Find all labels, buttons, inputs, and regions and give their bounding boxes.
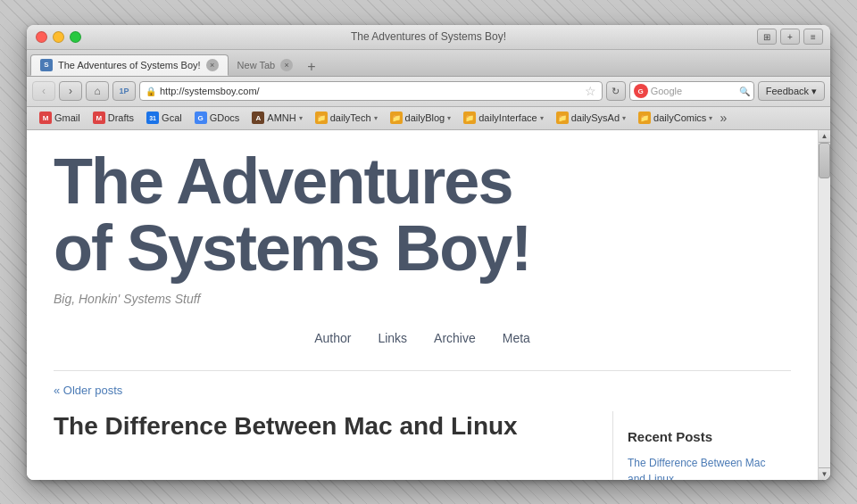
- search-placeholder: Google: [651, 86, 736, 96]
- refresh-icon: ↻: [612, 86, 620, 97]
- minimize-button[interactable]: [53, 31, 64, 43]
- bookmark-dailyinterface-label: dailyInterface: [478, 112, 537, 123]
- scroll-down-button[interactable]: ▼: [819, 467, 830, 480]
- onepassword-button[interactable]: 1P: [112, 81, 136, 101]
- post-title: The Difference Between Mac and Linux: [54, 411, 545, 442]
- close-button[interactable]: [36, 31, 47, 43]
- onepassword-label: 1P: [119, 87, 129, 95]
- window-controls: [36, 31, 81, 43]
- feedback-dropdown-icon: ▾: [811, 86, 817, 97]
- feedback-label: Feedback: [766, 86, 809, 96]
- menu-button[interactable]: ≡: [803, 29, 823, 45]
- blog-title-line1: The Adventures: [54, 148, 791, 216]
- chevron-down-icon: ▾: [709, 114, 712, 122]
- bookmark-gdocs[interactable]: G GDocs: [189, 110, 245, 126]
- bookmark-dailycomics-label: dailyComics: [653, 112, 706, 123]
- sidebar-link-1[interactable]: The Difference Between Mac and Linux: [628, 455, 777, 480]
- sidebar-section-title: Recent Posts: [628, 429, 777, 444]
- bookmark-dailyinterface[interactable]: 📁 dailyInterface ▾: [458, 110, 548, 126]
- google-icon: G: [634, 84, 648, 98]
- search-icon[interactable]: 🔍: [739, 87, 750, 96]
- content-area: The Adventures of Systems Boy! Big, Honk…: [27, 130, 830, 480]
- chevron-down-icon: ▾: [374, 114, 378, 122]
- bookmark-dailyblog-label: dailyBlog: [405, 112, 445, 123]
- tab-new-label: New Tab: [237, 60, 276, 70]
- back-icon: ‹: [42, 85, 46, 97]
- bookmark-gmail-label: Gmail: [54, 112, 80, 123]
- bookmark-gcal[interactable]: 31 Gcal: [141, 110, 187, 126]
- bookmark-gdocs-label: GDocs: [210, 112, 240, 123]
- search-bar[interactable]: G Google 🔍: [629, 81, 754, 101]
- blog-navigation: Author Links Archive Meta: [54, 324, 791, 352]
- bookmark-dailysysad[interactable]: 📁 dailySysAd ▾: [551, 110, 631, 126]
- chevron-down-icon: ▾: [622, 114, 626, 122]
- bookmark-amnh-label: AMNH: [267, 112, 295, 123]
- tab-favicon: S: [40, 59, 53, 71]
- window-right-buttons: ⊞ + ≡: [757, 29, 823, 45]
- blog-title-line2: of Systems Boy!: [54, 215, 791, 283]
- tab-systemsboy[interactable]: S The Adventures of Systems Boy! ×: [30, 54, 229, 76]
- amnh-icon: A: [252, 112, 264, 124]
- bookmark-drafts[interactable]: M Drafts: [87, 110, 139, 126]
- folder-icon: 📁: [463, 112, 476, 124]
- more-bookmarks-icon[interactable]: »: [720, 111, 727, 125]
- gdocs-icon: G: [195, 112, 207, 124]
- chevron-down-icon: ▾: [299, 114, 303, 122]
- tab-newtab[interactable]: New Tab ×: [229, 54, 303, 76]
- bookmark-star-icon[interactable]: ☆: [585, 84, 596, 98]
- lock-icon: 🔒: [146, 87, 156, 96]
- navigation-bar: ‹ › ⌂ 1P 🔒 http://systemsboy.com/ ☆ ↻ G …: [27, 77, 830, 107]
- forward-icon: ›: [69, 85, 72, 97]
- feedback-button[interactable]: Feedback ▾: [758, 81, 825, 101]
- bookmark-dailytech[interactable]: 📁 dailyTech ▾: [310, 110, 383, 126]
- page-content: The Adventures of Systems Boy! Big, Honk…: [27, 130, 818, 480]
- add-tab-button[interactable]: +: [780, 29, 800, 45]
- bookmark-gcal-label: Gcal: [162, 112, 182, 123]
- tab-label: The Adventures of Systems Boy!: [58, 60, 201, 70]
- home-icon: ⌂: [94, 85, 100, 97]
- refresh-button[interactable]: ↻: [606, 81, 626, 101]
- scroll-track: [819, 143, 830, 467]
- title-bar: The Adventures of Systems Boy! ⊞ + ≡: [27, 25, 830, 50]
- chevron-down-icon: ▾: [540, 114, 544, 122]
- folder-icon: 📁: [315, 112, 328, 124]
- scroll-thumb[interactable]: [819, 143, 830, 178]
- folder-icon: 📁: [390, 112, 403, 124]
- blog-title: The Adventures of Systems Boy!: [54, 148, 791, 283]
- window-title: The Adventures of Systems Boy!: [351, 30, 506, 43]
- address-bar[interactable]: 🔒 http://systemsboy.com/ ☆: [139, 81, 603, 101]
- browser-window: The Adventures of Systems Boy! ⊞ + ≡ S T…: [27, 25, 830, 480]
- drafts-icon: M: [93, 112, 105, 124]
- sidebar: Recent Posts The Difference Between Mac …: [612, 411, 791, 480]
- scroll-up-button[interactable]: ▲: [819, 130, 830, 143]
- tab-close-button[interactable]: ×: [206, 59, 219, 71]
- blog-tagline: Big, Honkin' Systems Stuff: [54, 292, 791, 306]
- gcal-icon: 31: [146, 112, 159, 124]
- older-posts-link[interactable]: « Older posts: [54, 384, 791, 397]
- back-button[interactable]: ‹: [32, 81, 55, 101]
- chevron-down-icon: ▾: [447, 114, 451, 122]
- home-button[interactable]: ⌂: [86, 81, 109, 101]
- bookmark-dailycomics[interactable]: 📁 dailyComics ▾: [633, 110, 718, 126]
- bookmark-gmail[interactable]: M Gmail: [34, 110, 86, 126]
- folder-icon: 📁: [638, 112, 651, 124]
- nav-meta[interactable]: Meta: [503, 331, 530, 345]
- nav-author[interactable]: Author: [314, 331, 351, 345]
- tab-bar: S The Adventures of Systems Boy! × New T…: [27, 50, 830, 77]
- maximize-button[interactable]: [70, 31, 81, 43]
- forward-button[interactable]: ›: [59, 81, 82, 101]
- nav-archive[interactable]: Archive: [434, 331, 476, 345]
- url-text: http://systemsboy.com/: [160, 86, 581, 96]
- bookmark-dailyblog[interactable]: 📁 dailyBlog ▾: [385, 110, 457, 126]
- bookmark-drafts-label: Drafts: [108, 112, 134, 123]
- tab-close-newtab[interactable]: ×: [280, 59, 293, 71]
- bookmark-dailytech-label: dailyTech: [330, 112, 371, 123]
- bookmarks-bar: M Gmail M Drafts 31 Gcal G GDocs A AMNH …: [27, 107, 830, 130]
- grid-view-button[interactable]: ⊞: [757, 29, 777, 45]
- bookmark-amnh[interactable]: A AMNH ▾: [246, 110, 307, 126]
- gmail-icon: M: [39, 112, 52, 124]
- bookmark-dailysysad-label: dailySysAd: [571, 112, 620, 123]
- nav-links[interactable]: Links: [378, 331, 407, 345]
- new-tab-button[interactable]: +: [302, 58, 320, 76]
- scrollbar: ▲ ▼: [818, 130, 830, 480]
